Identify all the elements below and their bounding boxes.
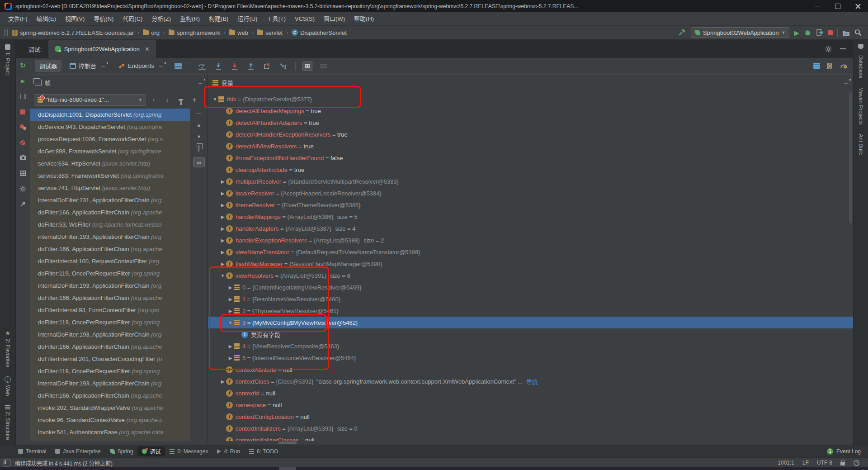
chevron-right-icon[interactable]: ▶	[219, 214, 226, 219]
sidebar-item-2-favorites[interactable]: ★2: Favorites	[5, 330, 11, 367]
variables-row[interactable]: ▶fmultipartResolver = {StandardServletMu…	[208, 176, 853, 187]
project-structure-icon[interactable]	[842, 29, 850, 36]
navigate-link[interactable]: 导航	[526, 377, 538, 386]
menu-item[interactable]: 导航(N)	[89, 12, 118, 26]
variables-row[interactable]: fcontextId = null	[208, 387, 853, 399]
toolwindow-tab-messages[interactable]: 0: Messages	[165, 446, 212, 456]
frame-row[interactable]: internalDoFilter:193, ApplicationFilterC…	[30, 280, 190, 292]
menu-item[interactable]: 构建(B)	[204, 12, 233, 26]
chevron-right-icon[interactable]: ▶	[219, 238, 226, 243]
variables-row[interactable]: i类没有字段	[208, 328, 853, 340]
frame-row[interactable]: doFilterInternal:201, CharacterEncodingF…	[30, 353, 190, 365]
variables-row[interactable]: ▶fthemeResolver = {FixedThemeResolver@53…	[208, 199, 853, 211]
breadcrumb-item[interactable]: org	[143, 29, 160, 36]
variables-row[interactable]: fcontextConfigLocation = null	[208, 411, 853, 423]
restore-layout-icon[interactable]	[16, 166, 30, 181]
search-everywhere-icon[interactable]	[854, 29, 862, 36]
view-breakpoints-icon[interactable]	[16, 119, 30, 135]
lock-icon[interactable]	[840, 462, 845, 465]
toolwindow-tab-run-triangle[interactable]: 4: Run	[212, 446, 244, 456]
frame-row[interactable]: service:883, FrameworkServlet (org.sprin…	[30, 170, 190, 182]
code-preview-icon[interactable]	[826, 62, 834, 70]
rerun-icon[interactable]: ↻	[16, 58, 30, 73]
collapse-dash-icon[interactable]: —	[197, 110, 202, 116]
variables-row[interactable]: ▶fhandlerMappings = {ArrayList@5386}size…	[208, 211, 853, 223]
frame-row[interactable]: service:741, HttpServlet (javax.servlet.…	[30, 182, 190, 194]
chevron-down-icon[interactable]: ▼	[219, 273, 226, 278]
frame-row[interactable]: invoke:96, StandardContextValve (org.apa…	[30, 414, 190, 426]
frame-row[interactable]: doService:943, DispatcherServlet (org.sp…	[30, 121, 190, 133]
pin-icon[interactable]	[16, 196, 30, 212]
variables-row[interactable]: fcontextInitializerClasses = null	[208, 434, 853, 441]
frame-row[interactable]: internalDoFilter:193, ApplicationFilterC…	[30, 231, 190, 243]
menu-item[interactable]: 文件(F)	[4, 12, 32, 26]
variables-row[interactable]: fcontextAttribute = null	[208, 364, 853, 375]
sidebar-item-1-project[interactable]: 1: Project	[5, 44, 11, 75]
gear-icon[interactable]	[825, 46, 832, 52]
variables-row[interactable]: fnamespace = null	[208, 399, 853, 411]
chevron-right-icon[interactable]: ▶	[227, 297, 234, 302]
add-icon[interactable]: +	[189, 96, 200, 104]
frame-row[interactable]: internalDoFilter:193, ApplicationFilterC…	[30, 328, 190, 341]
variables-row[interactable]: ▶fhandlerAdapters = {ArrayList@5387}size…	[208, 223, 853, 234]
toolwindow-stripe-icon[interactable]	[5, 29, 8, 36]
frame-down-icon[interactable]: ↓	[161, 96, 173, 104]
dock-pin-icon[interactable]: →	[843, 79, 849, 86]
frame-row[interactable]: doFilter:119, OncePerRequestFilter (org.…	[30, 267, 190, 280]
resume-icon[interactable]: ▶	[16, 73, 30, 89]
menu-item[interactable]: 运行(U)	[233, 12, 262, 26]
toolwindow-tab-jee[interactable]: Java Enterprise	[51, 446, 105, 456]
menu-item[interactable]: 代码(C)	[118, 12, 147, 26]
pause-icon[interactable]	[16, 89, 30, 104]
breadcrumb-item[interactable]: CDispatcherServlet	[292, 29, 347, 36]
build-hammer-icon[interactable]	[678, 28, 686, 37]
frame-row[interactable]: doFilter:166, ApplicationFilterChain (or…	[30, 341, 190, 353]
menu-item[interactable]: 编辑(E)	[32, 12, 61, 26]
variables-row[interactable]: fcontextInitializers = {ArrayList@5393}s…	[208, 423, 853, 434]
chevron-right-icon[interactable]: ▶	[227, 285, 234, 290]
scroll-down-icon[interactable]: ▼	[197, 134, 202, 139]
stop-icon[interactable]	[16, 104, 30, 119]
threads-view-icon[interactable]	[813, 63, 820, 69]
toolwindow-switcher-icon[interactable]	[4, 460, 10, 466]
frame-row[interactable]: invoke:541, AuthenticatorBase (org.apach…	[30, 426, 190, 438]
variables-row[interactable]: fthrowExceptionIfNoHandlerFound = false	[208, 152, 853, 164]
variables-row[interactable]: ▶4 = {ViewResolverComposite@5463}	[208, 340, 853, 352]
toolwindow-tab-terminal[interactable]: Terminal	[14, 446, 51, 456]
breadcrumb-item[interactable]: web	[229, 29, 248, 36]
variables-row[interactable]: ▶5 = {InternalResourceViewResolver@5464}	[208, 352, 853, 364]
chevron-right-icon[interactable]: ▶	[219, 191, 226, 196]
variables-row[interactable]: ▶2 = {ThymeleafViewResolver@5461}	[208, 305, 853, 317]
breadcrumb-item[interactable]: servlet	[257, 29, 283, 36]
frame-row[interactable]: doFilterInternal:100, RequestContextFilt…	[30, 255, 190, 267]
variables-row[interactable]: ▼3 = {MyMvcConfig$MyViewResolver@5462}	[208, 317, 853, 328]
frame-row[interactable]: doFilter:166, ApplicationFilterChain (or…	[30, 292, 190, 304]
variables-row[interactable]: ▶1 = {BeanNameViewResolver@5460}	[208, 293, 853, 305]
tab-debugger[interactable]: 调试器	[35, 60, 61, 72]
chevron-right-icon[interactable]: ▶	[227, 356, 234, 361]
settings-gear-icon[interactable]	[16, 181, 30, 196]
force-step-into-icon[interactable]	[228, 60, 241, 72]
chevron-down-icon[interactable]: ▼	[227, 320, 234, 325]
menu-item[interactable]: 窗口(W)	[319, 12, 349, 26]
chevron-right-icon[interactable]: ▶	[219, 261, 226, 266]
copy-stack-icon[interactable]	[198, 146, 199, 151]
frame-row[interactable]: doFilter:53, WsFilter (org.apache.tomcat…	[30, 218, 190, 231]
sidebar-item-ant-build[interactable]: Ant Build	[858, 134, 864, 156]
heap-indicator-icon[interactable]	[853, 460, 860, 466]
close-button[interactable]	[848, 0, 868, 12]
frame-row[interactable]: service:634, HttpServlet (javax.servlet.…	[30, 157, 190, 170]
filter-funnel-icon[interactable]	[175, 96, 187, 104]
screenshot-icon[interactable]	[16, 150, 30, 166]
frame-row[interactable]: processRequest:1006, FrameworkServlet (o…	[30, 133, 190, 145]
tab-endpoints[interactable]: Endpoints →	[114, 61, 168, 71]
toolwindow-tab-debug-bug[interactable]: 调试	[137, 446, 165, 456]
line-separator[interactable]: LF	[802, 460, 809, 466]
thread-select[interactable]: "http-nio-8080-exec-1"... ▼	[34, 94, 146, 106]
run-to-cursor-icon[interactable]	[277, 60, 290, 72]
breadcrumb-item[interactable]: spring-webmvc-5.2.7.RELEASE-sources.jar	[12, 29, 134, 36]
tab-console[interactable]: 控制台 →	[65, 60, 110, 72]
frame-row[interactable]: doDispatch:1001, DispatcherServlet (org.…	[30, 109, 190, 121]
variables-row[interactable]: fcleanupAfterInclude = true	[208, 164, 853, 176]
variables-row[interactable]: ▶fhandlerExceptionResolvers = {ArrayList…	[208, 234, 853, 246]
